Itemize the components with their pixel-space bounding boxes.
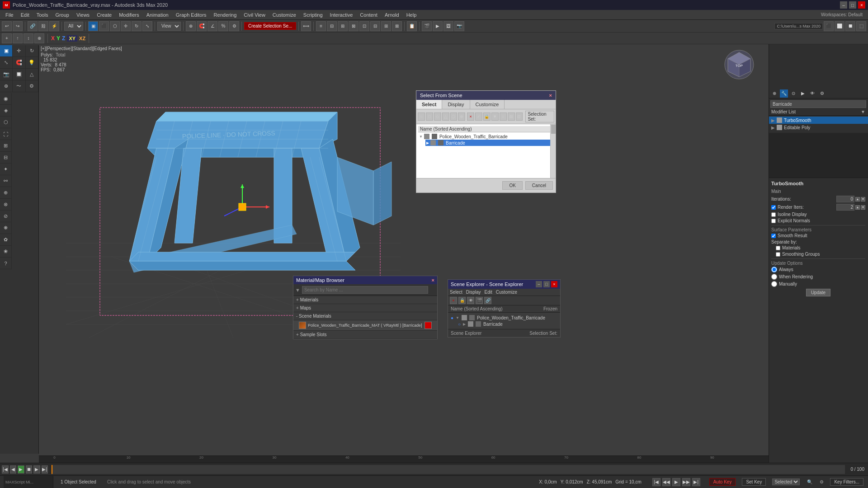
tool-single-10[interactable]: ⊗ [0,199,12,211]
panel-icon-motion[interactable]: ▶ [799,89,807,98]
mirror-btn[interactable]: ⟺ [301,21,311,31]
sfs-ok-btn[interactable]: OK [502,181,522,190]
tool-single-3[interactable]: ⬡ [0,117,12,128]
menu-group[interactable]: Group [52,11,73,19]
align6-btn[interactable]: ⊟ [370,21,380,31]
tool-single-1[interactable]: ◉ [0,93,12,105]
panel-icon-hierarchy[interactable]: ⊙ [789,89,797,98]
panel-icon-create[interactable]: ⊕ [770,89,778,98]
pb-btn2[interactable]: ◀◀ [662,478,670,486]
tool-single-12[interactable]: ❋ [0,222,12,234]
tool-single-13[interactable]: ✿ [0,234,12,246]
tool-rotate[interactable]: ↻ [26,45,38,57]
manually-radio[interactable] [771,281,777,287]
sfs-tool-sort[interactable]: ↕ [500,113,507,121]
menu-edit[interactable]: Edit [17,11,33,19]
filter-icon-btn[interactable]: ⚙ [818,479,826,484]
se-tool-render[interactable]: 🎬 [476,297,483,304]
tool-single-11[interactable]: ⊘ [0,211,12,222]
sfs-tool-3[interactable]: ◇ [434,113,441,121]
sfs-tool-2[interactable]: □ [426,113,433,121]
render-icon3[interactable]: 🔲 [845,21,855,31]
pb-btn1[interactable]: |◀ [652,478,660,486]
mb-material-item[interactable]: Police_Wooden_Traffic_Barricade_MAT ( VR… [293,320,437,331]
menu-animation[interactable]: Animation [143,11,172,19]
tool-system[interactable]: ⚙ [26,80,38,92]
align-btn[interactable]: ≡ [316,21,326,31]
bind-btn[interactable]: ⚡ [49,21,59,31]
tool-single-7[interactable]: ✦ [0,164,12,175]
tool-space[interactable]: 〜 [13,80,25,92]
menu-file[interactable]: File [2,11,17,19]
menu-create[interactable]: Create [93,11,115,19]
play-btn[interactable]: ▶ [18,465,24,474]
render-iters-down[interactable]: ▼ [861,205,865,210]
se-minimize-btn[interactable]: – [536,281,542,287]
prev-frame-btn[interactable]: ◀ [10,465,17,474]
render-iters-checkbox[interactable] [771,205,776,210]
menu-graph-editors[interactable]: Graph Editors [172,11,210,19]
align7-btn[interactable]: ⊞ [381,21,391,31]
mb-maps-section[interactable]: Maps [293,304,437,312]
render4-btn[interactable]: 📷 [454,21,464,31]
se-tool-link[interactable]: 🔗 [484,297,491,304]
lasso-btn[interactable]: ⬡ [110,21,120,31]
render-icon4[interactable]: ⬚ [856,21,866,31]
tool-scale[interactable]: ⤡ [0,57,13,69]
sfs-tree-root[interactable]: ▼ Police_Wooden_Traffic_Barricade [418,133,554,140]
menu-views[interactable]: Views [73,11,93,19]
render-icon2[interactable]: ⬜ [835,21,844,31]
pb-btn3[interactable]: ▶ [672,478,680,486]
sfs-tool-x[interactable]: × [467,113,474,121]
se-menu-customize[interactable]: Customize [496,290,517,295]
se-close-btn[interactable]: × [551,281,557,287]
pb-btn5[interactable]: ▶| [692,478,700,486]
tool-helper[interactable]: ⊕ [0,80,13,92]
modifier-turbosmooth[interactable]: ▶ TurboSmooth [769,117,868,124]
se-tool-eye[interactable]: 👁 [467,297,474,304]
play-end-btn[interactable]: ▶| [42,465,48,474]
spinner-btn[interactable]: ⚙ [229,21,239,31]
tool-single-2[interactable]: ◈ [0,105,12,117]
tb2-btn1[interactable]: + [2,33,12,43]
timeline-bar[interactable] [52,465,845,474]
sfs-tool-lock[interactable]: 🔒 [483,113,491,121]
panel-icon-modify[interactable]: 🔧 [780,89,788,98]
sfs-cancel-btn[interactable]: Cancel [525,181,553,190]
undo-btn[interactable]: ↩ [2,21,12,31]
stop-btn[interactable]: ⏹ [26,465,33,474]
se-child[interactable]: ○ ▶ Barricade [457,321,558,327]
layer-btn[interactable]: 📋 [407,21,417,31]
mb-materials-section[interactable]: Materials [293,296,437,304]
tool-shape[interactable]: △ [26,69,38,80]
select-link-btn[interactable]: 🔗 [28,21,38,31]
tool-single-14[interactable]: ❀ [0,246,12,258]
se-tool-x[interactable]: × [450,297,457,304]
iterations-spinner-up[interactable]: ▲ [855,197,860,202]
se-menu-display[interactable]: Display [466,290,481,295]
sfs-tab-select[interactable]: Select [416,100,442,109]
se-menu-edit[interactable]: Edit [485,290,492,295]
menu-tools[interactable]: Tools [33,11,52,19]
menu-arnold[interactable]: Arnold [381,11,403,19]
tool-single-4[interactable]: ⛶ [0,128,12,140]
axis-xy-label[interactable]: XY [67,35,77,42]
sfs-tool-collapse[interactable]: ⊟ [516,113,523,121]
select-btn[interactable]: ▣ [88,21,98,31]
modifier-list-dropdown-btn[interactable]: ▼ [861,109,865,114]
tool-single-6[interactable]: ⊟ [0,152,12,164]
sfs-tool-4[interactable]: △ [442,113,449,121]
snap-btn[interactable]: 🧲 [197,21,207,31]
explicit-normals-checkbox[interactable] [771,219,776,223]
mb-search-input[interactable] [302,286,428,294]
tool-single-9[interactable]: ⊕ [0,187,12,199]
redo-btn[interactable]: ↪ [13,21,23,31]
rotate-btn[interactable]: ↻ [132,21,142,31]
set-key-btn[interactable]: Set Key [742,478,766,486]
minimize-btn[interactable]: – [840,1,847,9]
tool-move[interactable]: ✛ [13,45,25,57]
align4-btn[interactable]: ⊠ [349,21,359,31]
menu-rendering[interactable]: Rendering [210,11,241,19]
tool-single-5[interactable]: ⊞ [0,140,12,152]
se-tree-root[interactable]: ● ▼ Police_Wooden_Traffic_Barricade [450,314,558,321]
